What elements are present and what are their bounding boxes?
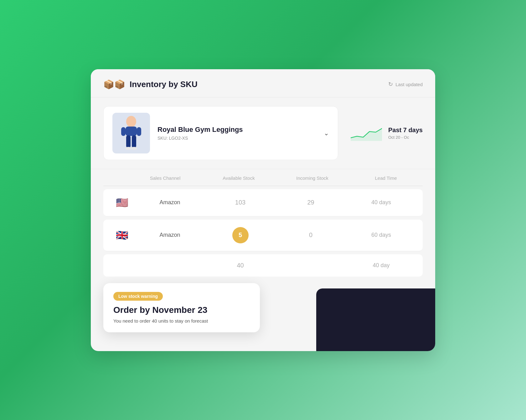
period-dates: Oct 20 - Oc (388, 135, 423, 140)
inventory-icon: 📦📦 (103, 79, 125, 90)
channel-uk-amazon: Amazon (135, 232, 205, 238)
svg-point-1 (126, 116, 136, 127)
header: 📦📦 Inventory by SKU ↻ Last updated (91, 69, 435, 97)
table-row-partial: 40 40 day (103, 254, 423, 277)
table-header: Sales Channel Available Stock Incoming S… (103, 169, 423, 186)
svg-point-7 (125, 147, 132, 150)
col-header-channel: Sales Channel (128, 175, 202, 181)
svg-rect-2 (126, 127, 137, 136)
available-stock-3: 40 (205, 262, 276, 269)
page-title: Inventory by SKU (130, 80, 198, 89)
warning-badge: Low stock warning (113, 292, 163, 301)
product-image-svg (112, 113, 150, 153)
product-sku: SKU: LGO2-XS (157, 136, 312, 141)
lead-time-uk: 60 days (346, 232, 416, 238)
mini-chart (351, 125, 382, 141)
channel-us-amazon: Amazon (135, 199, 205, 206)
available-stock-us: 103 (205, 199, 276, 206)
header-left: 📦📦 Inventory by SKU (103, 79, 198, 90)
product-row: Royal Blue Gym Leggings SKU: LGO2-XS ⌄ P… (103, 106, 423, 160)
product-details: Royal Blue Gym Leggings SKU: LGO2-XS (157, 126, 312, 141)
col-header-flag (103, 175, 128, 181)
period-label: Past 7 days (388, 127, 423, 134)
main-card: 📦📦 Inventory by SKU ↻ Last updated (91, 69, 435, 351)
svg-rect-6 (132, 135, 136, 148)
product-name: Royal Blue Gym Leggings (157, 126, 312, 134)
product-section: Royal Blue Gym Leggings SKU: LGO2-XS ⌄ P… (91, 97, 435, 169)
low-stock-badge: 5 (232, 227, 249, 243)
table-row: 🇺🇸 Amazon 103 29 40 days (103, 189, 423, 216)
flag-cell-uk: 🇬🇧 (110, 229, 135, 241)
period-info: Past 7 days Oct 20 - Oc (388, 127, 423, 140)
warning-card: Low stock warning Order by November 23 Y… (103, 283, 260, 332)
svg-rect-4 (137, 127, 141, 136)
last-updated-label: Last updated (395, 82, 423, 87)
product-image (112, 113, 150, 153)
svg-rect-3 (121, 127, 126, 136)
lead-time-3: 40 day (346, 262, 416, 269)
dark-overlay (316, 288, 435, 351)
warning-badge-label: Low stock warning (118, 294, 158, 299)
uk-flag: 🇬🇧 (116, 229, 128, 241)
incoming-stock-uk: 0 (276, 231, 346, 239)
dropdown-icon[interactable]: ⌄ (324, 129, 329, 137)
warning-title: Order by November 23 (113, 305, 250, 315)
incoming-stock-us: 29 (276, 199, 346, 206)
flag-cell-us: 🇺🇸 (110, 197, 135, 209)
product-info-block[interactable]: Royal Blue Gym Leggings SKU: LGO2-XS ⌄ (103, 106, 338, 160)
available-stock-uk: 5 (205, 227, 276, 243)
us-flag: 🇺🇸 (116, 197, 128, 209)
refresh-icon[interactable]: ↻ (388, 81, 393, 88)
svg-point-8 (131, 147, 137, 150)
table-row-uk: 🇬🇧 Amazon 5 0 60 days (103, 220, 423, 251)
chart-block: Past 7 days Oct 20 - Oc (351, 125, 423, 141)
col-header-available: Available Stock (202, 175, 276, 181)
col-header-incoming: Incoming Stock (276, 175, 349, 181)
lead-time-us: 40 days (346, 199, 416, 206)
warning-description: You need to order 40 units to stay on fo… (113, 318, 250, 324)
col-header-lead: Lead Time (349, 175, 423, 181)
svg-rect-5 (126, 135, 131, 148)
header-right: ↻ Last updated (388, 81, 423, 88)
table-section: Sales Channel Available Stock Incoming S… (91, 169, 435, 277)
